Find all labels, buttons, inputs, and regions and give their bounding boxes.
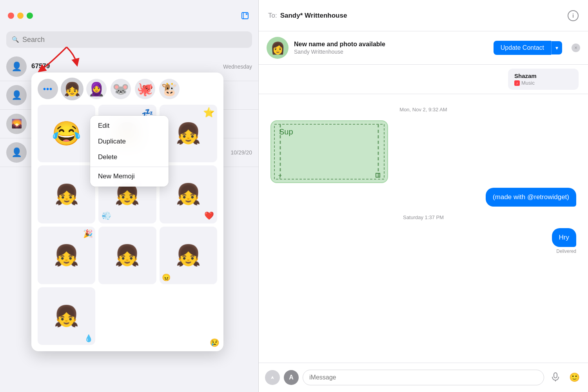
- shazam-banner: Shazam ♪ Music: [259, 65, 588, 94]
- info-icon: i: [572, 13, 574, 19]
- shazam-card: Shazam ♪ Music: [508, 69, 579, 90]
- message-row: Hry Delivered: [270, 228, 576, 254]
- minimize-button[interactable]: [17, 13, 24, 19]
- game-bubble: T Sup: [270, 120, 388, 183]
- emoji-icon: 🙂: [569, 372, 580, 383]
- compose-button[interactable]: [240, 10, 250, 21]
- conv-time: 10/29/20: [231, 149, 252, 156]
- close-button[interactable]: [8, 13, 14, 19]
- right-panel: To: Sandy* Writtenhouse i 👩 New name and…: [259, 0, 588, 392]
- contact-name-header: Sandy* Writtenhouse: [280, 12, 568, 20]
- app-store-button[interactable]: A: [284, 370, 299, 385]
- memoji-grid-item[interactable]: 👧 💧: [38, 287, 95, 345]
- avatar: 👤: [6, 56, 27, 77]
- svg-text:T: T: [278, 174, 282, 180]
- search-icon: 🔍: [12, 36, 19, 43]
- menu-item-duplicate[interactable]: Duplicate: [90, 134, 169, 149]
- memoji-grid-item[interactable]: 👧 😠: [160, 227, 217, 284]
- svg-rect-12: [554, 373, 557, 378]
- avatar: 👤: [6, 142, 27, 163]
- menu-item-new-memoji[interactable]: New Memoji: [90, 169, 169, 184]
- banner-close-button[interactable]: ×: [572, 44, 580, 52]
- maximize-button[interactable]: [27, 13, 33, 19]
- shazam-title: Shazam: [514, 73, 572, 79]
- memoji-grid-item[interactable]: 👧: [98, 227, 156, 284]
- memoji-face-2[interactable]: 🧕: [86, 79, 107, 99]
- memoji-grid-item[interactable]: 👧 😢: [38, 165, 95, 223]
- timestamp: Mon, Nov 2, 9:32 AM: [270, 107, 576, 113]
- imessage-input[interactable]: [303, 370, 544, 385]
- update-contact-dropdown[interactable]: ▾: [551, 41, 562, 54]
- menu-item-edit[interactable]: Edit: [90, 118, 169, 134]
- update-contact-btn-wrap: Update Contact ▾: [494, 41, 562, 55]
- close-icon: ×: [574, 45, 577, 51]
- update-contact-button[interactable]: Update Contact: [494, 41, 551, 55]
- chat-header: To: Sandy* Writtenhouse i: [259, 0, 588, 31]
- search-input[interactable]: [22, 36, 247, 44]
- send-button[interactable]: [265, 370, 280, 385]
- audio-button[interactable]: [548, 370, 563, 385]
- memoji-grid-item[interactable]: 👧 🎉: [38, 227, 95, 284]
- contact-update-banner: 👩 New name and photo available Sandy Wri…: [259, 31, 588, 65]
- emoji-button[interactable]: 🙂: [567, 370, 582, 385]
- menu-item-delete[interactable]: Delete: [90, 149, 169, 165]
- avatar: 👤: [6, 85, 27, 105]
- memoji-top-row: ••• 👧 🧕 🐭 🐙 🐮: [38, 79, 217, 99]
- message-row: (made with @retrowidget): [270, 188, 576, 207]
- timestamp: Saturday 1:37 PM: [270, 214, 576, 220]
- more-dots: •••: [43, 85, 53, 94]
- memoji-grid-item[interactable]: 😂: [38, 105, 95, 162]
- message-row: T Sup: [270, 120, 576, 183]
- more-button[interactable]: •••: [38, 79, 58, 99]
- message-bubble: (made with @retrowidget): [486, 188, 576, 207]
- avatar: 🌄: [6, 114, 27, 134]
- context-menu: Edit Duplicate Delete New Memoji: [90, 116, 169, 187]
- contact-update-name: Sandy Writtenhouse: [294, 49, 488, 55]
- game-text: Sup: [279, 127, 293, 136]
- memoji-face-1[interactable]: 👧: [62, 79, 82, 99]
- conv-name: 67579: [31, 62, 220, 70]
- shazam-sub: ♪ Music: [514, 80, 572, 86]
- memoji-picker: ••• 👧 🧕 🐭 🐙 🐮 😂 👧 💤 👧 ⭐ 👧 😢: [31, 73, 223, 351]
- conv-time: Wednesday: [223, 64, 252, 70]
- to-label: To:: [268, 12, 277, 20]
- apple-music-icon: ♪: [514, 80, 520, 86]
- info-button[interactable]: i: [568, 10, 579, 21]
- app-store-icon: A: [289, 374, 294, 381]
- delivered-status: Delivered: [556, 249, 576, 254]
- chat-area: Mon, Nov 2, 9:32 AM T: [259, 94, 588, 363]
- traffic-lights: [8, 13, 33, 19]
- game-inner: T Sup: [271, 121, 387, 182]
- conv-info: 67579: [31, 62, 220, 71]
- audio-icon: [551, 372, 560, 383]
- memoji-face-5[interactable]: 🐮: [159, 79, 180, 99]
- chat-input-row: A 🙂: [259, 363, 588, 392]
- shazam-subtitle: Music: [521, 80, 535, 86]
- search-bar[interactable]: 🔍: [6, 31, 252, 48]
- titlebar: [0, 0, 258, 31]
- menu-divider: [90, 167, 169, 167]
- memoji-face-4[interactable]: 🐙: [135, 79, 155, 99]
- contact-update-info: New name and photo available Sandy Writt…: [294, 41, 488, 55]
- contact-avatar: 👩: [267, 37, 289, 59]
- left-panel: 🔍 👤 67579 Wednesday 👤 🌄: [0, 0, 259, 392]
- message-bubble: Hry: [552, 228, 576, 247]
- contact-update-title: New name and photo available: [294, 41, 488, 48]
- memoji-face-3[interactable]: 🐭: [111, 79, 131, 99]
